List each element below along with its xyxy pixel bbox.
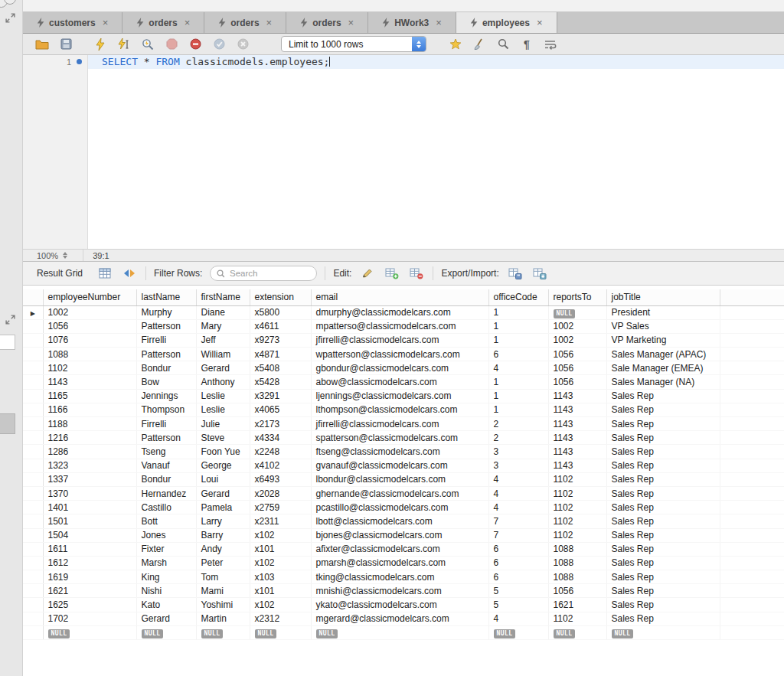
cell[interactable]: Sales Manager (APAC) bbox=[606, 348, 720, 361]
cell[interactable]: 1102 bbox=[548, 514, 606, 528]
cell[interactable]: Sales Rep bbox=[606, 556, 720, 570]
cell[interactable]: 1165 bbox=[43, 389, 136, 403]
cell[interactable]: Gerard bbox=[196, 486, 250, 500]
cell[interactable]: Hernandez bbox=[136, 486, 196, 500]
row-gutter[interactable] bbox=[23, 472, 43, 486]
cell[interactable]: 1337 bbox=[43, 472, 136, 486]
row-gutter[interactable] bbox=[23, 625, 43, 639]
table-row[interactable]: ▶1002MurphyDianex5800dmurphy@classicmode… bbox=[23, 305, 784, 319]
cell[interactable]: NULL bbox=[606, 625, 720, 639]
editor-code-area[interactable]: SELECT * FROM classicmodels.employees; bbox=[88, 55, 784, 249]
cell[interactable]: Jeff bbox=[196, 333, 250, 347]
column-header-extension[interactable]: extension bbox=[250, 289, 311, 305]
cell[interactable]: President bbox=[606, 305, 720, 319]
cell[interactable]: x6493 bbox=[250, 472, 311, 486]
cell[interactable]: Bow bbox=[136, 375, 196, 389]
cell[interactable]: 1056 bbox=[43, 319, 136, 333]
row-gutter[interactable] bbox=[23, 361, 43, 375]
cell[interactable]: abow@classicmodelcars.com bbox=[311, 375, 488, 389]
cell[interactable]: Bott bbox=[136, 514, 196, 528]
cell[interactable]: 4 bbox=[488, 486, 548, 500]
cell[interactable]: x4334 bbox=[250, 431, 311, 445]
cell[interactable]: Marsh bbox=[136, 556, 196, 570]
cell[interactable]: NULL bbox=[548, 625, 606, 639]
cell[interactable]: Nishi bbox=[136, 584, 196, 598]
cell[interactable]: 1056 bbox=[548, 361, 606, 375]
cell[interactable]: Firrelli bbox=[136, 333, 196, 347]
cell[interactable]: Thompson bbox=[136, 403, 196, 416]
cell[interactable]: 1088 bbox=[43, 348, 136, 361]
delete-row-button[interactable] bbox=[408, 265, 425, 282]
cell[interactable]: 4 bbox=[488, 472, 548, 486]
cell[interactable]: Sales Rep bbox=[606, 403, 720, 416]
open-script-button[interactable] bbox=[34, 36, 51, 53]
row-gutter[interactable] bbox=[23, 556, 43, 570]
cell[interactable]: 7 bbox=[488, 514, 548, 528]
column-header-officeCode[interactable]: officeCode bbox=[488, 289, 548, 305]
cell[interactable]: Peter bbox=[196, 556, 250, 570]
cell[interactable]: 1188 bbox=[43, 417, 136, 431]
cell[interactable]: 1056 bbox=[548, 584, 606, 598]
cell[interactable]: pmarsh@classicmodelcars.com bbox=[311, 556, 488, 570]
cell[interactable]: 1370 bbox=[43, 486, 136, 500]
execute-button[interactable] bbox=[92, 36, 109, 53]
row-gutter[interactable] bbox=[23, 459, 43, 472]
cell[interactable]: 1076 bbox=[43, 333, 136, 347]
cell[interactable]: 1056 bbox=[548, 375, 606, 389]
cell[interactable]: 1102 bbox=[548, 472, 606, 486]
cell[interactable]: gbondur@classicmodelcars.com bbox=[311, 361, 488, 375]
cell[interactable]: NULL bbox=[136, 625, 196, 639]
tab-customers[interactable]: customers× bbox=[23, 12, 122, 33]
tab-HWork3[interactable]: HWork3× bbox=[368, 12, 456, 33]
refresh-grid-button[interactable] bbox=[121, 265, 138, 282]
cell[interactable]: Julie bbox=[196, 417, 250, 431]
row-gutter[interactable] bbox=[23, 403, 43, 416]
cell[interactable]: Fixter bbox=[136, 542, 196, 556]
commit-button[interactable] bbox=[211, 36, 227, 53]
cell[interactable]: Sales Rep bbox=[606, 445, 720, 459]
column-header-reportsTo[interactable]: reportsTo bbox=[548, 289, 606, 305]
cell[interactable]: x5408 bbox=[250, 361, 311, 375]
cell[interactable]: Bondur bbox=[136, 472, 196, 486]
cell[interactable]: 1 bbox=[488, 319, 548, 333]
row-gutter[interactable] bbox=[23, 570, 43, 584]
row-gutter[interactable] bbox=[23, 501, 43, 514]
cell[interactable]: Larry bbox=[196, 514, 250, 528]
cell[interactable]: x4871 bbox=[250, 348, 311, 361]
cell[interactable]: dmurphy@classicmodelcars.com bbox=[311, 305, 488, 319]
filter-search-input[interactable] bbox=[228, 268, 310, 279]
cell[interactable]: 4 bbox=[488, 501, 548, 514]
table-row[interactable]: 1088PattersonWilliamx4871wpatterson@clas… bbox=[23, 348, 784, 361]
table-row[interactable]: 1188FirrelliJuliex2173jfirrelli@classicm… bbox=[23, 417, 784, 431]
find-button[interactable] bbox=[495, 36, 511, 53]
cell[interactable]: lbott@classicmodelcars.com bbox=[311, 514, 488, 528]
tab-close-icon[interactable]: × bbox=[348, 18, 354, 28]
cell[interactable]: Loui bbox=[196, 472, 250, 486]
cell[interactable]: 5 bbox=[488, 598, 548, 612]
column-header-lastName[interactable]: lastName bbox=[136, 289, 196, 305]
cell[interactable]: 1401 bbox=[43, 501, 136, 514]
cell[interactable]: Barry bbox=[196, 528, 250, 542]
cell[interactable]: Sales Rep bbox=[606, 501, 720, 514]
tab-close-icon[interactable]: × bbox=[266, 18, 273, 28]
cell[interactable]: 1 bbox=[488, 375, 548, 389]
row-gutter[interactable] bbox=[23, 348, 43, 361]
cell[interactable]: 1 bbox=[488, 333, 548, 347]
cell[interactable]: 1102 bbox=[43, 361, 136, 375]
cell[interactable]: 1102 bbox=[548, 486, 606, 500]
stop-button[interactable] bbox=[163, 36, 180, 53]
cell[interactable]: x101 bbox=[250, 542, 311, 556]
cell[interactable]: 1088 bbox=[548, 570, 606, 584]
table-row[interactable]: 1401CastilloPamelax2759pcastillo@classic… bbox=[23, 501, 784, 514]
row-gutter[interactable] bbox=[23, 333, 43, 347]
table-row[interactable]: 1286TsengFoon Yuex2248ftseng@classicmode… bbox=[23, 445, 784, 459]
cell[interactable]: Diane bbox=[196, 305, 250, 319]
cell[interactable]: Steve bbox=[196, 431, 250, 445]
row-gutter[interactable] bbox=[23, 598, 43, 612]
cell[interactable]: 6 bbox=[488, 348, 548, 361]
cell[interactable]: 1102 bbox=[548, 528, 606, 542]
table-row[interactable]: 1143BowAnthonyx5428abow@classicmodelcars… bbox=[23, 375, 784, 389]
column-header-firstName[interactable]: firstName bbox=[196, 289, 250, 305]
cell[interactable]: 1143 bbox=[548, 389, 606, 403]
cell[interactable]: mgerard@classicmodelcars.com bbox=[311, 612, 488, 625]
